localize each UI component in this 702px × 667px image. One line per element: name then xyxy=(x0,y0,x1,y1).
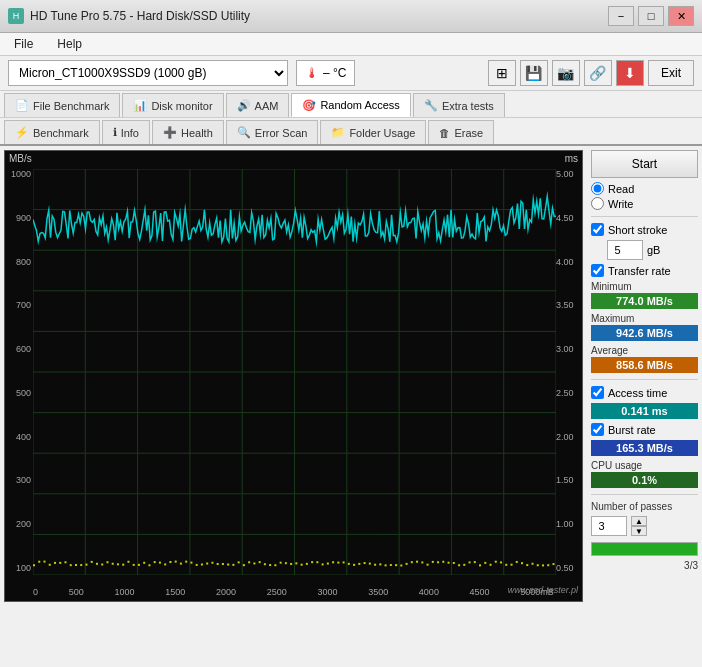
toolbar-icon-4[interactable]: 🔗 xyxy=(584,60,612,86)
tab-error-scan[interactable]: 🔍 Error Scan xyxy=(226,120,319,144)
divider-2 xyxy=(591,379,698,380)
disk-monitor-icon: 📊 xyxy=(133,99,147,112)
short-stroke-unit: gB xyxy=(647,244,660,256)
tab-extra-tests-label: Extra tests xyxy=(442,100,494,112)
title-bar: H HD Tune Pro 5.75 - Hard Disk/SSD Utili… xyxy=(0,0,702,33)
temperature-display: 🌡 – °C xyxy=(296,60,355,86)
benchmark-icon: ⚡ xyxy=(15,126,29,139)
write-radio[interactable] xyxy=(591,197,604,210)
passes-spin-up[interactable]: ▲ xyxy=(631,516,647,526)
minimize-button[interactable]: − xyxy=(608,6,634,26)
read-option-row: Read xyxy=(591,182,698,195)
toolbar-icon-5[interactable]: ⬇ xyxy=(616,60,644,86)
access-time-checkbox[interactable] xyxy=(591,386,604,399)
menu-file[interactable]: File xyxy=(8,35,39,53)
toolbar-icon-1[interactable]: ⊞ xyxy=(488,60,516,86)
x-axis-labels: 0 500 1000 1500 2000 2500 3000 3500 4000… xyxy=(33,587,554,597)
passes-progress-fill xyxy=(592,543,697,555)
divider-3 xyxy=(591,494,698,495)
extra-tests-icon: 🔧 xyxy=(424,99,438,112)
maximum-stat: Maximum 942.6 MB/s xyxy=(591,313,698,341)
tab-erase[interactable]: 🗑 Erase xyxy=(428,120,494,144)
minimum-value: 774.0 MB/s xyxy=(591,293,698,309)
tabs-row2: ⚡ Benchmark ℹ Info ➕ Health 🔍 Error Scan… xyxy=(0,118,702,146)
tab-benchmark-label: Benchmark xyxy=(33,127,89,139)
short-stroke-label: Short stroke xyxy=(608,224,667,236)
exit-button[interactable]: Exit xyxy=(648,60,694,86)
tab-random-access[interactable]: 🎯 Random Access xyxy=(291,93,410,117)
short-stroke-input[interactable] xyxy=(607,240,643,260)
tab-aam[interactable]: 🔊 AAM xyxy=(226,93,290,117)
write-option-row: Write xyxy=(591,197,698,210)
passes-spin-down[interactable]: ▼ xyxy=(631,526,647,536)
random-access-icon: 🎯 xyxy=(302,99,316,112)
thermometer-icon: 🌡 xyxy=(305,65,319,81)
transfer-rate-option: Transfer rate xyxy=(591,264,698,277)
toolbar-icon-3[interactable]: 📷 xyxy=(552,60,580,86)
divider-1 xyxy=(591,216,698,217)
short-stroke-checkbox[interactable] xyxy=(591,223,604,236)
toolbar-icon-2[interactable]: 💾 xyxy=(520,60,548,86)
chart-area: MB/s ms 1000 900 800 700 600 500 400 300… xyxy=(4,150,583,602)
tab-extra-tests[interactable]: 🔧 Extra tests xyxy=(413,93,505,117)
write-label: Write xyxy=(608,198,633,210)
app-icon: H xyxy=(8,8,24,24)
chart-y-right-label: ms xyxy=(565,153,578,164)
maximum-value: 942.6 MB/s xyxy=(591,325,698,341)
tabs-row1: 📄 File Benchmark 📊 Disk monitor 🔊 AAM 🎯 … xyxy=(0,91,702,118)
erase-icon: 🗑 xyxy=(439,127,450,139)
chart-canvas xyxy=(33,169,556,575)
folder-usage-icon: 📁 xyxy=(331,126,345,139)
y-axis-left: 1000 900 800 700 600 500 400 300 200 100 xyxy=(5,169,33,573)
tab-folder-usage[interactable]: 📁 Folder Usage xyxy=(320,120,426,144)
passes-progress-label: 3/3 xyxy=(591,560,698,571)
tab-disk-monitor[interactable]: 📊 Disk monitor xyxy=(122,93,223,117)
read-write-options: Read Write xyxy=(591,182,698,210)
burst-rate-value: 165.3 MB/s xyxy=(591,440,698,456)
health-icon: ➕ xyxy=(163,126,177,139)
temperature-value: – °C xyxy=(323,66,346,80)
read-radio[interactable] xyxy=(591,182,604,195)
read-label: Read xyxy=(608,183,634,195)
tab-file-benchmark[interactable]: 📄 File Benchmark xyxy=(4,93,120,117)
file-benchmark-icon: 📄 xyxy=(15,99,29,112)
maximize-button[interactable]: □ xyxy=(638,6,664,26)
menu-bar: File Help xyxy=(0,33,702,56)
chart-y-left-label: MB/s xyxy=(9,153,32,164)
menu-help[interactable]: Help xyxy=(51,35,88,53)
info-icon: ℹ xyxy=(113,126,117,139)
disk-selector[interactable]: Micron_CT1000X9SSD9 (1000 gB) xyxy=(8,60,288,86)
close-button[interactable]: ✕ xyxy=(668,6,694,26)
error-scan-icon: 🔍 xyxy=(237,126,251,139)
watermark: www.ssd-tester.pl xyxy=(508,585,578,595)
passes-row: ▲ ▼ xyxy=(591,516,698,536)
toolbar: Micron_CT1000X9SSD9 (1000 gB) 🌡 – °C ⊞ 💾… xyxy=(0,56,702,91)
passes-spinner: ▲ ▼ xyxy=(631,516,647,536)
transfer-rate-checkbox[interactable] xyxy=(591,264,604,277)
tab-health-label: Health xyxy=(181,127,213,139)
window-title: HD Tune Pro 5.75 - Hard Disk/SSD Utility xyxy=(30,9,250,23)
tab-folder-usage-label: Folder Usage xyxy=(349,127,415,139)
burst-rate-stat: 165.3 MB/s xyxy=(591,440,698,456)
cpu-usage-stat: CPU usage 0.1% xyxy=(591,460,698,488)
start-button[interactable]: Start xyxy=(591,150,698,178)
tab-health[interactable]: ➕ Health xyxy=(152,120,224,144)
passes-input[interactable] xyxy=(591,516,627,536)
tab-aam-label: AAM xyxy=(255,100,279,112)
y-axis-right: 5.00 4.50 4.00 3.50 3.00 2.50 2.00 1.50 … xyxy=(554,169,582,573)
access-time-stat: 0.141 ms xyxy=(591,403,698,419)
average-value: 858.6 MB/s xyxy=(591,357,698,373)
tab-disk-monitor-label: Disk monitor xyxy=(151,100,212,112)
main-area: MB/s ms 1000 900 800 700 600 500 400 300… xyxy=(0,146,702,606)
right-panel: Start Read Write Short stroke gB Transfe… xyxy=(587,146,702,606)
access-time-option: Access time xyxy=(591,386,698,399)
access-time-label: Access time xyxy=(608,387,667,399)
burst-rate-label: Burst rate xyxy=(608,424,656,436)
cpu-usage-value: 0.1% xyxy=(591,472,698,488)
burst-rate-checkbox[interactable] xyxy=(591,423,604,436)
tab-info[interactable]: ℹ Info xyxy=(102,120,150,144)
passes-label: Number of passes xyxy=(591,501,698,512)
short-stroke-value-row: gB xyxy=(607,240,698,260)
passes-progress-bar xyxy=(591,542,698,556)
tab-benchmark[interactable]: ⚡ Benchmark xyxy=(4,120,100,144)
